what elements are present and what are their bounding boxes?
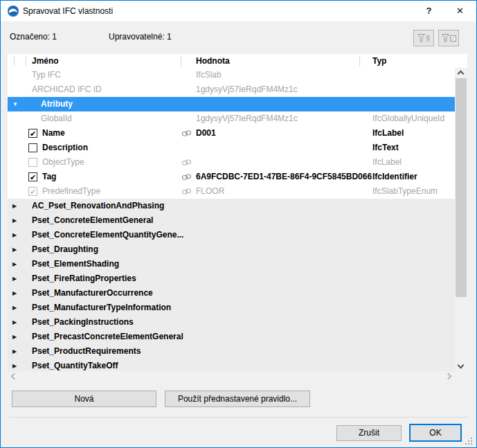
new-button[interactable]: Nová — [12, 391, 156, 407]
selected-count-label: Označeno: 1 — [10, 32, 57, 42]
expander-expanded-icon[interactable]: ▼ — [12, 97, 18, 111]
table-row-atributy-selected[interactable]: ▼ Atributy — [8, 97, 455, 111]
table-row-predefinedtype[interactable]: ✔ PredefinedType FLOOR IfcSlabTypeEnum — [8, 184, 455, 199]
horizontal-scrollbar[interactable] — [8, 371, 467, 382]
link-icon — [181, 159, 192, 166]
link-icon — [181, 188, 192, 195]
filter-rules-button[interactable]: § — [413, 30, 434, 46]
scroll-up-icon[interactable] — [458, 71, 465, 78]
table-row-archicad-ifc-id[interactable]: ARCHICAD IFC ID 1gdysyVj57IeRqdFM4Mz1c — [8, 82, 455, 97]
vertical-scrollbar-thumb[interactable] — [456, 78, 467, 297]
table-row-group[interactable]: ▶ Pset_QuantityTakeOff — [8, 359, 455, 371]
column-header-type[interactable]: Typ — [372, 54, 386, 68]
ifc-properties-table: Jméno Hodnota Typ Typ IFC IfcSlab ARCHIC… — [8, 54, 467, 382]
dialog-title: Spravovat IFC vlastnosti — [23, 1, 113, 21]
table-row-group[interactable]: ▶ Pset_PrecastConcreteElementGeneral — [8, 330, 455, 344]
vertical-scrollbar[interactable] — [455, 68, 467, 371]
expander-collapsed-icon[interactable]: ▶ — [12, 301, 17, 315]
scroll-left-icon[interactable] — [11, 373, 18, 380]
expander-collapsed-icon[interactable]: ▶ — [12, 359, 17, 371]
table-row-group[interactable]: ▶ Pset_PackingInstructions — [8, 315, 455, 330]
expander-collapsed-icon[interactable]: ▶ — [12, 344, 17, 359]
table-body: Typ IFC IfcSlab ARCHICAD IFC ID 1gdysyVj… — [8, 68, 455, 371]
archicad-logo-icon — [8, 6, 19, 17]
checkbox-objecttype — [28, 158, 37, 167]
table-row-group[interactable]: ▶ Pset_ConcreteElementQuantityGene... — [8, 228, 455, 242]
funnel-icon — [417, 34, 425, 42]
table-row-group[interactable]: ▶ Pset_ConcreteElementGeneral — [8, 213, 455, 228]
funnel-icon — [442, 34, 449, 42]
resize-grip[interactable] — [465, 438, 473, 445]
expander-collapsed-icon[interactable]: ▶ — [12, 242, 17, 257]
cancel-button[interactable]: Zrušit — [336, 425, 402, 441]
link-icon — [181, 174, 192, 181]
expander-collapsed-icon[interactable]: ▶ — [12, 199, 17, 213]
ok-button[interactable]: OK — [409, 424, 462, 442]
checkbox-icon: ✓ — [450, 35, 456, 42]
checkbox-description[interactable] — [28, 143, 37, 152]
scroll-right-icon[interactable] — [445, 373, 452, 380]
expander-collapsed-icon[interactable]: ▶ — [12, 286, 17, 301]
table-row-group[interactable]: ▶ Pset_ElementShading — [8, 257, 455, 271]
table-row-group[interactable]: ▶ Pset_Draughting — [8, 242, 455, 257]
checkbox-predefinedtype: ✔ — [28, 187, 37, 196]
apply-preset-rule-button[interactable]: Použít přednastavené pravidlo... — [165, 391, 310, 407]
expander-collapsed-icon[interactable]: ▶ — [12, 330, 17, 344]
editable-count-label: Upravovatelné: 1 — [109, 32, 172, 42]
table-row-ifc-type[interactable]: Typ IFC IfcSlab — [8, 68, 455, 82]
table-row-group[interactable]: ▶ Pset_ManufacturerOccurrence — [8, 286, 455, 301]
table-row-group[interactable]: ▶ AC_Pset_RenovationAndPhasing — [8, 199, 455, 213]
table-row-objecttype[interactable]: ObjectType IfcLabel — [8, 155, 455, 170]
link-icon — [181, 130, 192, 137]
column-header-name[interactable]: Jméno — [32, 54, 59, 68]
checkbox-tag[interactable]: ✔ — [28, 172, 37, 181]
expander-collapsed-icon[interactable]: ▶ — [12, 271, 17, 286]
checkbox-name[interactable]: ✔ — [28, 129, 37, 138]
table-row-group[interactable]: ▶ Pset_ProductRequirements — [8, 344, 455, 359]
expander-collapsed-icon[interactable]: ▶ — [12, 213, 17, 228]
expander-collapsed-icon[interactable]: ▶ — [12, 228, 17, 242]
section-sign-icon: § — [426, 34, 430, 42]
column-header-value[interactable]: Hodnota — [196, 54, 230, 68]
table-row-name[interactable]: ✔ Name D001 IfcLabel — [8, 126, 455, 141]
table-row-globalid[interactable]: GlobalId 1gdysyVj57IeRqdFM4Mz1c IfcGloba… — [8, 111, 455, 126]
table-row-group[interactable]: ▶ Pset_FireRatingProperties — [8, 271, 455, 286]
scroll-down-icon[interactable] — [458, 362, 465, 369]
table-header: Jméno Hodnota Typ — [8, 54, 455, 68]
filter-checked-button[interactable]: ✓ — [438, 30, 459, 46]
manage-ifc-properties-dialog: Spravovat IFC vlastnosti ? ✕ Označeno: 1… — [0, 0, 477, 448]
close-button[interactable]: ✕ — [444, 1, 476, 21]
separator — [9, 417, 468, 418]
table-row-group[interactable]: ▶ Pset_ManufacturerTypeInformation — [8, 301, 455, 315]
table-row-description[interactable]: Description IfcText — [8, 141, 455, 155]
help-button[interactable]: ? — [413, 1, 444, 21]
titlebar: Spravovat IFC vlastnosti ? ✕ — [1, 1, 476, 21]
table-row-tag[interactable]: ✔ Tag 6A9FCDBC-7ED1-47BE-86F4-9CF5845BD0… — [8, 170, 455, 184]
expander-collapsed-icon[interactable]: ▶ — [12, 257, 17, 271]
expander-collapsed-icon[interactable]: ▶ — [12, 315, 17, 330]
